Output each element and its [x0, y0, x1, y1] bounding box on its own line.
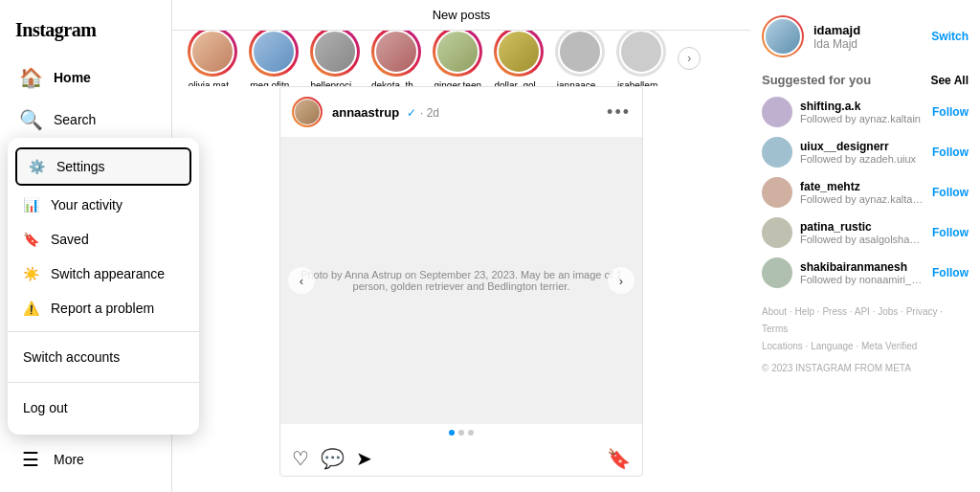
suggested-details-2: fate_mehtz Followed by aynaz.kaltain + 1… [800, 180, 924, 205]
suggested-left-0: shifting.a.k Followed by aynaz.kaltain [762, 97, 921, 127]
follow-button-1[interactable]: Follow [932, 145, 969, 159]
story-item-7[interactable]: isabellem... [616, 31, 666, 86]
dropdown-divider-1 [8, 331, 199, 332]
new-posts-button[interactable]: New posts [433, 8, 491, 22]
suggested-details-1: uiux__designerr Followed by azadeh.uiux [800, 140, 916, 165]
story-item-6[interactable]: jannaace... [555, 31, 605, 86]
footer-link-language[interactable]: Language [811, 341, 854, 351]
footer-link-terms[interactable]: Terms [762, 324, 788, 334]
suggested-avatar-2 [762, 177, 792, 208]
suggested-details-0: shifting.a.k Followed by aynaz.kaltain [800, 100, 921, 124]
story-avatar-6 [555, 31, 605, 77]
suggested-avatar-0 [762, 97, 792, 127]
suggested-username-3[interactable]: patina_rustic [800, 220, 924, 234]
dropdown-item-activity[interactable]: 📊 Your activity [8, 188, 199, 222]
dropdown-item-saved[interactable]: 🔖 Saved [8, 222, 199, 257]
dropdown-item-problem[interactable]: ⚠️ Report a problem [8, 291, 199, 325]
footer-links: About · Help · Press · API · Jobs · Priv… [762, 303, 969, 355]
sidebar-item-home[interactable]: 🏠 Home [4, 56, 167, 99]
story-avatar-7 [616, 31, 666, 77]
suggested-item-4: shakibairanmanesh Followed by nonaamiri_… [762, 257, 969, 288]
dropdown-problem-label: Report a problem [51, 301, 154, 316]
dropdown-item-settings[interactable]: ⚙️ Settings [15, 147, 191, 186]
comment-button[interactable]: 💬 [321, 447, 345, 470]
dot-1 [449, 430, 455, 436]
follow-button-3[interactable]: Follow [932, 226, 969, 239]
suggested-sub-3: Followed by asalgolshaaan + 1 more [800, 234, 924, 245]
like-button[interactable]: ♡ [292, 447, 309, 470]
footer-link-meta[interactable]: Meta Verified [861, 341, 917, 351]
post-user-info: annaastrup ✓ · 2d [292, 97, 439, 127]
verified-badge: ✓ [407, 106, 416, 120]
sidebar-item-search[interactable]: 🔍 Search [4, 99, 167, 141]
footer-copyright: © 2023 INSTAGRAM FROM META [762, 363, 969, 373]
activity-icon: 📊 [23, 197, 39, 212]
footer-link-press[interactable]: Press [822, 306, 847, 317]
post-container: annaastrup ✓ · 2d ••• Photo by Anna Astr… [279, 86, 643, 477]
current-user-info: idamajd Ida Majd Switch [762, 15, 969, 57]
suggested-item-3: patina_rustic Followed by asalgolshaaan … [762, 217, 969, 248]
suggested-avatar-4 [762, 257, 792, 288]
suggested-username-0[interactable]: shifting.a.k [800, 100, 921, 113]
suggested-avatar-1 [762, 137, 792, 168]
suggested-item-0: shifting.a.k Followed by aynaz.kaltain F… [762, 97, 969, 127]
instagram-logo[interactable]: Instagram [0, 11, 171, 56]
sidebar-item-more[interactable]: ☰ More [4, 438, 167, 481]
follow-button-4[interactable]: Follow [932, 266, 969, 280]
post-time: · 2d [420, 106, 439, 120]
suggested-username-4[interactable]: shakibairanmanesh [800, 260, 924, 274]
story-item-2[interactable]: belleproci... [310, 31, 360, 86]
stories-next-button[interactable]: › [678, 47, 701, 70]
post-image-dots [280, 424, 642, 441]
footer-link-locations[interactable]: Locations [762, 341, 803, 351]
dropdown-divider-2 [8, 382, 199, 383]
footer-link-about[interactable]: About [762, 306, 787, 317]
home-icon: 🏠 [19, 66, 42, 89]
story-avatar-4 [433, 31, 482, 77]
user-info-left: idamajd Ida Majd [762, 15, 860, 57]
dropdown-item-appearance[interactable]: ☀️ Switch appearance [8, 257, 199, 291]
footer-link-api[interactable]: API [855, 306, 870, 317]
story-item-1[interactable]: meg.ofitn... [249, 31, 299, 86]
story-avatar-5 [494, 31, 544, 77]
save-button[interactable]: 🔖 [607, 447, 631, 470]
footer-link-help[interactable]: Help [794, 306, 814, 317]
story-item-4[interactable]: ginger.teen [433, 31, 482, 86]
appearance-icon: ☀️ [23, 266, 39, 281]
suggested-title: Suggested for you [762, 73, 871, 87]
post-image-description: Photo by Anna Astrup on September 23, 20… [280, 254, 642, 307]
dropdown-switch-accounts[interactable]: Switch accounts [8, 338, 199, 376]
follow-button-0[interactable]: Follow [932, 105, 969, 119]
post-prev-button[interactable]: ‹ [288, 267, 315, 294]
see-all-button[interactable]: See All [930, 74, 969, 87]
story-item-0[interactable]: olivia.mat... [188, 31, 237, 86]
stories-row: olivia.mat... meg.ofitn... belleproci...… [172, 31, 750, 86]
new-posts-bar: New posts [172, 0, 750, 31]
suggested-details-4: shakibairanmanesh Followed by nonaamiri_… [800, 260, 924, 285]
switch-account-button[interactable]: Switch [931, 30, 969, 43]
suggested-username-2[interactable]: fate_mehtz [800, 180, 924, 193]
more-icon: ☰ [19, 448, 42, 471]
current-user-username[interactable]: idamajd [813, 23, 860, 37]
suggested-details-3: patina_rustic Followed by asalgolshaaan … [800, 220, 924, 245]
footer-link-jobs[interactable]: Jobs [878, 306, 898, 317]
suggested-username-1[interactable]: uiux__designerr [800, 140, 916, 153]
post-more-button[interactable]: ••• [607, 102, 631, 123]
story-item-3[interactable]: dekota_th... [371, 31, 421, 86]
story-avatar-1 [249, 31, 299, 77]
share-button[interactable]: ➤ [356, 447, 372, 470]
sidebar-item-more-label: More [54, 452, 84, 467]
story-item-5[interactable]: dollar_gol... [494, 31, 544, 86]
suggested-item-2: fate_mehtz Followed by aynaz.kaltain + 1… [762, 177, 969, 208]
sidebar: Instagram 🏠 Home 🔍 Search 🧭 Explore ⚙️ S… [0, 0, 172, 492]
suggested-sub-1: Followed by azadeh.uiux [800, 153, 916, 165]
footer-link-privacy[interactable]: Privacy [906, 306, 938, 317]
dropdown-settings-label: Settings [56, 159, 105, 174]
post-author-username[interactable]: annaastrup [332, 105, 399, 120]
post-next-button[interactable]: › [608, 267, 635, 294]
search-icon: 🔍 [19, 108, 42, 131]
user-details: idamajd Ida Majd [813, 23, 860, 51]
follow-button-2[interactable]: Follow [932, 186, 969, 199]
dropdown-log-out[interactable]: Log out [8, 389, 199, 427]
saved-icon: 🔖 [23, 232, 39, 247]
